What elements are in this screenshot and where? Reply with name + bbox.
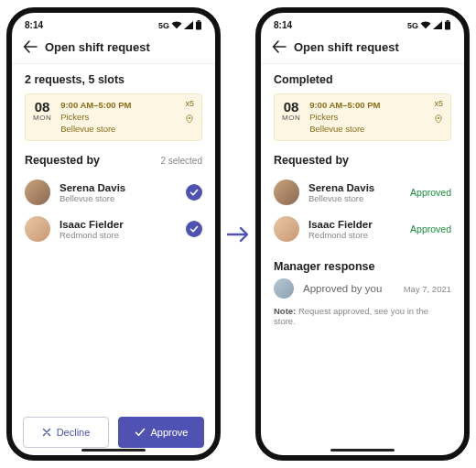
header: Open shift request (12, 32, 215, 64)
avatar (25, 180, 50, 205)
shift-role: Pickers (60, 112, 131, 124)
shift-card[interactable]: 08 MON 9:00 AM–5:00 PM Pickers Bellevue … (274, 93, 451, 141)
status-net: 5G (158, 21, 169, 30)
person-name: Serena Davis (308, 182, 401, 193)
shift-info: 9:00 AM–5:00 PM Pickers Bellevue store (309, 100, 380, 135)
person-store: Redmond store (60, 230, 177, 240)
status-time: 8:14 (25, 20, 43, 30)
avatar (274, 216, 299, 242)
svg-rect-3 (445, 22, 450, 30)
battery-icon (195, 20, 202, 30)
header-title: Open shift request (45, 40, 150, 54)
shift-location: Bellevue store (309, 124, 380, 136)
close-icon (42, 428, 51, 437)
shift-slots: x5 (434, 99, 443, 108)
home-indicator (81, 449, 146, 452)
location-pin-icon (185, 111, 194, 127)
signal-icon (184, 21, 193, 29)
status-indicators: 5G (407, 20, 451, 30)
list-item[interactable]: Serena Davis Bellevue store Approved (274, 174, 451, 211)
manager-response-row: Approved by you May 7, 2021 (274, 278, 451, 299)
svg-rect-1 (198, 20, 200, 22)
manager-response-title: Manager response (274, 260, 451, 273)
content-left: 2 requests, 5 slots 08 MON 9:00 AM–5:00 … (12, 64, 215, 408)
phone-right: 8:14 5G Open shift request Completed 08 … (255, 7, 470, 461)
shift-time: 9:00 AM–5:00 PM (309, 100, 380, 112)
decline-label: Decline (57, 427, 91, 438)
header-title: Open shift request (294, 40, 399, 54)
check-icon (135, 428, 146, 437)
approve-button[interactable]: Approve (118, 417, 204, 448)
svg-point-5 (438, 117, 439, 119)
requested-by-row: Requested by (274, 154, 451, 167)
selected-check-icon[interactable] (186, 221, 202, 237)
avatar (25, 216, 50, 242)
manager-response-date: May 7, 2021 (404, 284, 451, 294)
shift-dow: MON (33, 114, 51, 122)
arrow-right-icon (226, 225, 250, 244)
requested-by-row: Requested by 2 selected (25, 154, 202, 167)
wifi-icon (171, 21, 182, 29)
shift-card[interactable]: 08 MON 9:00 AM–5:00 PM Pickers Bellevue … (25, 93, 202, 141)
requested-by-label: Requested by (25, 154, 100, 167)
person-name: Isaac Fielder (60, 219, 177, 230)
summary-right: Completed (274, 73, 451, 86)
avatar (274, 278, 294, 299)
statusbar: 8:14 5G (261, 13, 464, 32)
svg-rect-4 (447, 20, 449, 22)
person-name: Isaac Fielder (308, 219, 401, 230)
selected-count: 2 selected (160, 156, 202, 166)
shift-role: Pickers (309, 112, 380, 124)
shift-dow: MON (282, 114, 300, 122)
battery-icon (444, 20, 451, 30)
content-right: Completed 08 MON 9:00 AM–5:00 PM Pickers… (261, 64, 464, 455)
status-net: 5G (407, 21, 418, 30)
back-icon[interactable] (272, 39, 287, 54)
back-icon[interactable] (23, 39, 38, 54)
status-badge: Approved (410, 187, 451, 198)
requested-by-label: Requested by (274, 154, 349, 167)
shift-location: Bellevue store (60, 124, 131, 136)
person-store: Bellevue store (60, 193, 177, 203)
person-info: Serena Davis Bellevue store (308, 182, 401, 203)
manager-response-text: Approved by you (303, 283, 395, 294)
person-store: Bellevue store (308, 193, 401, 203)
phone-left: 8:14 5G Open shift request 2 requests, 5… (6, 7, 221, 461)
person-info: Serena Davis Bellevue store (60, 182, 177, 203)
header: Open shift request (261, 32, 464, 64)
shift-day: 08 (282, 100, 300, 114)
shift-info: 9:00 AM–5:00 PM Pickers Bellevue store (60, 100, 131, 135)
wifi-icon (420, 21, 431, 29)
person-name: Serena Davis (60, 182, 177, 193)
summary-left: 2 requests, 5 slots (25, 73, 202, 86)
note-prefix: Note: (274, 306, 296, 316)
person-info: Isaac Fielder Redmond store (60, 219, 177, 240)
selected-check-icon[interactable] (186, 184, 202, 201)
signal-icon (433, 21, 442, 29)
person-store: Redmond store (308, 230, 401, 240)
home-indicator (330, 449, 395, 452)
svg-point-2 (189, 117, 190, 119)
shift-slots: x5 (185, 99, 194, 108)
approve-label: Approve (151, 427, 189, 438)
note-text: Request approved, see you in the store. (274, 306, 428, 326)
location-pin-icon (434, 111, 443, 127)
list-item[interactable]: Serena Davis Bellevue store (25, 174, 202, 211)
list-item[interactable]: Isaac Fielder Redmond store Approved (274, 211, 451, 247)
status-badge: Approved (410, 223, 451, 234)
decline-button[interactable]: Decline (23, 417, 109, 448)
person-info: Isaac Fielder Redmond store (308, 219, 401, 240)
shift-day: 08 (33, 100, 51, 114)
manager-note: Note: Request approved, see you in the s… (274, 306, 451, 326)
statusbar: 8:14 5G (12, 13, 215, 32)
status-time: 8:14 (274, 20, 292, 30)
avatar (274, 180, 299, 205)
svg-rect-0 (196, 22, 201, 30)
shift-date: 08 MON (33, 100, 51, 135)
shift-time: 9:00 AM–5:00 PM (60, 100, 131, 112)
list-item[interactable]: Isaac Fielder Redmond store (25, 211, 202, 247)
shift-date: 08 MON (282, 100, 300, 135)
status-indicators: 5G (158, 20, 202, 30)
